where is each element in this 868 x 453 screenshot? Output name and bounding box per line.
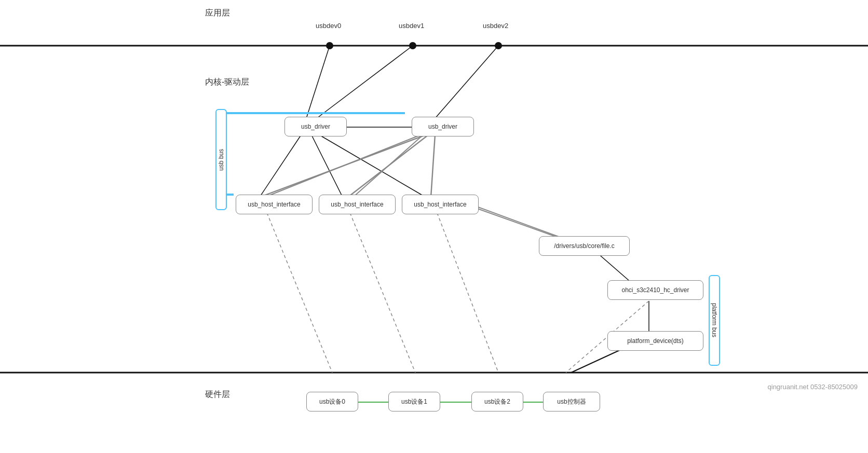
svg-line-20 xyxy=(467,205,566,240)
usb-dev1-box: usb设备1 xyxy=(388,392,440,411)
svg-line-26 xyxy=(348,208,415,373)
usb-driver-box-2: usb_driver xyxy=(412,117,474,136)
svg-line-12 xyxy=(311,135,343,197)
svg-line-18 xyxy=(353,135,423,197)
usb-bus-label: usb bus xyxy=(215,109,227,210)
svg-line-15 xyxy=(348,135,428,197)
svg-line-7 xyxy=(317,46,413,118)
usb-controller-box: usb控制器 xyxy=(543,392,600,411)
usbdev2-label: usbdev2 xyxy=(483,22,508,30)
svg-line-25 xyxy=(265,208,332,373)
platform-bus-label: platform bus xyxy=(709,275,720,366)
svg-point-5 xyxy=(495,42,502,49)
svg-point-4 xyxy=(409,42,416,49)
usb-host-interface-box-3: usb_host_interface xyxy=(402,195,479,214)
svg-line-27 xyxy=(435,208,498,373)
ohci-driver-box: ohci_s3c2410_hc_driver xyxy=(607,280,703,300)
svg-line-11 xyxy=(260,135,301,197)
svg-line-21 xyxy=(472,205,568,240)
platform-device-box: platform_device(dts) xyxy=(607,331,703,351)
usb-driver-box-1: usb_driver xyxy=(284,117,347,136)
usb-dev0-box: usb设备0 xyxy=(306,392,358,411)
svg-line-16 xyxy=(431,135,435,197)
watermark: qingruanit.net 0532-85025009 xyxy=(768,383,858,391)
svg-point-3 xyxy=(326,42,333,49)
svg-line-17 xyxy=(265,135,421,197)
svg-line-6 xyxy=(306,46,330,118)
usbdev0-label: usbdev0 xyxy=(316,22,341,30)
connections xyxy=(0,0,868,453)
usb-host-interface-box-1: usb_host_interface xyxy=(236,195,313,214)
svg-line-13 xyxy=(319,135,426,197)
usbdev1-label: usbdev1 xyxy=(399,22,424,30)
diagram: 应用层 内核-驱动层 硬件层 usbdev0 usbdev1 usbdev2 u… xyxy=(0,0,868,453)
usb-host-interface-box-2: usb_host_interface xyxy=(319,195,396,214)
svg-line-8 xyxy=(435,46,498,118)
app-layer-label: 应用层 xyxy=(205,8,230,19)
file-c-box: /drivers/usb/core/file.c xyxy=(539,236,630,256)
usb-dev2-box: usb设备2 xyxy=(471,392,523,411)
svg-line-14 xyxy=(260,135,426,197)
kernel-layer-label: 内核-驱动层 xyxy=(205,77,249,88)
hw-layer-label: 硬件层 xyxy=(205,389,230,400)
svg-line-22 xyxy=(597,253,633,284)
